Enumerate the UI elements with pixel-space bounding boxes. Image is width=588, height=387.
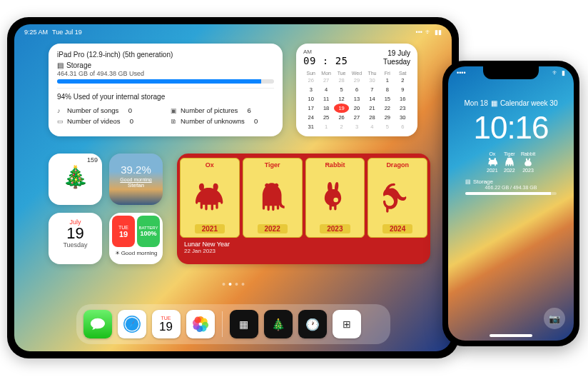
cal-day-cell[interactable]: 28: [365, 113, 380, 122]
christmas-tree-widget[interactable]: 159 🎄: [49, 154, 102, 205]
calendar-widget[interactable]: AM 09 : 25 19 July Tuesday SunMonTueWedT…: [296, 44, 417, 136]
cal-dow-header: Sat: [395, 71, 410, 76]
cal-dow-header: Fri: [380, 71, 395, 76]
cal-day-cell[interactable]: 17: [303, 104, 318, 113]
cal-day-cell[interactable]: 30: [365, 76, 380, 85]
cal-day-cell[interactable]: 11: [318, 94, 333, 104]
cal-day-cell[interactable]: 3: [303, 85, 318, 94]
ipad-device: 9:25 AM Tue Jul 19 ••• ᯤ ▮▮ iPad Pro (12…: [7, 17, 459, 358]
stat-unknowns: 🗎Number of unknowns 0: [171, 117, 274, 125]
device-name: iPad Pro (12.9-inch) (5th generation): [57, 51, 274, 59]
dock: TUE 19 ▦ 🎄 🕐 ⊞: [76, 304, 390, 344]
cal-day-cell[interactable]: 20: [349, 104, 364, 113]
cal-day-cell[interactable]: 19: [334, 104, 349, 113]
calendar-icon: ▦: [491, 99, 497, 107]
zodiac-name: Ox: [206, 161, 214, 169]
dock-separator: [222, 311, 223, 337]
cal-dow-header: Wed: [349, 71, 364, 76]
disk-icon: ▤: [465, 179, 471, 185]
cal-day-cell[interactable]: 12: [334, 94, 349, 104]
app-safari[interactable]: [118, 310, 146, 338]
cal-day-cell[interactable]: 29: [380, 113, 395, 122]
iphone-lock-screen[interactable]: •••• ᯤ▮ Mon 18 ▦ Calendar week 30 10:16 …: [448, 66, 574, 341]
cal-day-cell[interactable]: 13: [349, 94, 364, 104]
cellular-icon: •••: [416, 29, 422, 36]
calendar-grid: SunMonTueWedThuFriSat2627282930123456789…: [303, 71, 410, 131]
cal-day-cell[interactable]: 1: [318, 122, 333, 131]
cal-day-cell[interactable]: 6: [349, 85, 364, 94]
cal-day-cell[interactable]: 22: [380, 104, 395, 113]
lock-zodiac-tiger: Tiger2022: [504, 151, 515, 173]
cal-day-cell[interactable]: 25: [318, 113, 333, 122]
camera-button[interactable]: 📷: [544, 308, 565, 329]
greeting-text: Good morning: [109, 177, 163, 182]
iphone-device: •••• ᯤ▮ Mon 18 ▦ Calendar week 30 10:16 …: [442, 61, 579, 346]
cal-day-cell[interactable]: 30: [395, 113, 410, 122]
cal-day-cell[interactable]: 27: [318, 76, 333, 85]
cal-day-cell[interactable]: 2: [334, 122, 349, 131]
zodiac-card-rabbit[interactable]: Rabbit2023: [305, 158, 365, 238]
cal-dow-header: Thu: [365, 71, 380, 76]
cal-day-cell[interactable]: 29: [349, 76, 364, 85]
dock-recent-app-4[interactable]: ⊞: [333, 310, 361, 338]
cal-day-cell[interactable]: 4: [365, 122, 380, 131]
battery-icon: ▮▮: [435, 29, 442, 36]
storage-widget[interactable]: iPad Pro (12.9-inch) (5th generation) ▤ …: [49, 44, 283, 136]
cal-dow-header: Tue: [334, 71, 349, 76]
home-bar[interactable]: [490, 334, 532, 337]
zodiac-year: 2023: [320, 224, 350, 233]
app-calendar[interactable]: TUE 19: [152, 310, 181, 338]
zodiac-name: Dragon: [386, 161, 409, 169]
cal-date-big: 19 July: [383, 49, 410, 58]
cal-day-cell[interactable]: 14: [365, 94, 380, 104]
app-photos[interactable]: [186, 310, 215, 338]
wifi-icon: ᯤ: [425, 29, 432, 36]
dock-recent-app-2[interactable]: 🎄: [264, 310, 293, 338]
date-day: 19: [53, 226, 98, 241]
cal-day-cell[interactable]: 6: [395, 122, 410, 131]
cal-day-cell[interactable]: 31: [303, 122, 318, 131]
cal-day-cell[interactable]: 2: [395, 76, 410, 85]
cal-day-cell[interactable]: 7: [365, 85, 380, 94]
cal-day-cell[interactable]: 10: [303, 94, 318, 104]
cal-day-cell[interactable]: 24: [303, 113, 318, 122]
page-indicator[interactable]: [222, 283, 244, 286]
lunar-new-year-widget[interactable]: Ox2021Tiger2022Rabbit2023Dragon2024 Luna…: [177, 154, 430, 264]
cal-day-cell[interactable]: 3: [349, 122, 364, 131]
dock-recent-app-1[interactable]: ▦: [230, 310, 258, 338]
date-widget[interactable]: July 19 Tuesday: [49, 213, 102, 264]
cal-day-cell[interactable]: 23: [395, 104, 410, 113]
cal-day-cell[interactable]: 27: [349, 113, 364, 122]
zodiac-card-ox[interactable]: Ox2021: [180, 158, 240, 238]
zodiac-card-tiger[interactable]: Tiger2022: [243, 158, 303, 238]
cal-day-cell[interactable]: 15: [380, 94, 395, 104]
messages-icon: [90, 317, 106, 331]
cal-day-cell[interactable]: 9: [395, 85, 410, 94]
cal-day-cell[interactable]: 18: [318, 104, 333, 113]
cal-day-cell[interactable]: 5: [334, 85, 349, 94]
ipad-home-screen[interactable]: 9:25 AM Tue Jul 19 ••• ᯤ ▮▮ iPad Pro (12…: [14, 24, 452, 351]
mini-date-chip: TUE 19: [112, 216, 135, 247]
cal-day-cell[interactable]: 28: [334, 76, 349, 85]
cal-day-cell[interactable]: 26: [303, 76, 318, 85]
cal-day-cell[interactable]: 26: [334, 113, 349, 122]
stat-pictures: ▣Number of pictures 6: [171, 106, 274, 114]
cellular-icon: ••••: [457, 69, 466, 76]
dock-recent-app-3[interactable]: 🕐: [298, 310, 327, 338]
cal-dow-big: Tuesday: [383, 58, 410, 66]
cal-day-cell[interactable]: 1: [380, 76, 395, 85]
combo-widget[interactable]: TUE 19 BATTERY 100% ☀︎Good morning: [109, 213, 163, 264]
cal-day-cell[interactable]: 4: [318, 85, 333, 94]
cal-day-cell[interactable]: 16: [395, 94, 410, 104]
cal-day-cell[interactable]: 8: [380, 85, 395, 94]
clock-icon: 🕐: [305, 318, 320, 331]
stat-songs: ♪Number of songs 0: [57, 106, 161, 114]
cal-day-cell[interactable]: 21: [365, 104, 380, 113]
video-icon: ▭: [57, 118, 64, 125]
cal-day-cell[interactable]: 5: [380, 122, 395, 131]
zodiac-card-dragon[interactable]: Dragon2024: [368, 158, 427, 238]
weather-greeting-widget[interactable]: 39.2% Good morning Stefan: [109, 154, 163, 205]
grid-icon: ▦: [239, 318, 248, 330]
wifi-icon: ᯤ: [552, 69, 559, 76]
app-messages[interactable]: [83, 310, 112, 338]
